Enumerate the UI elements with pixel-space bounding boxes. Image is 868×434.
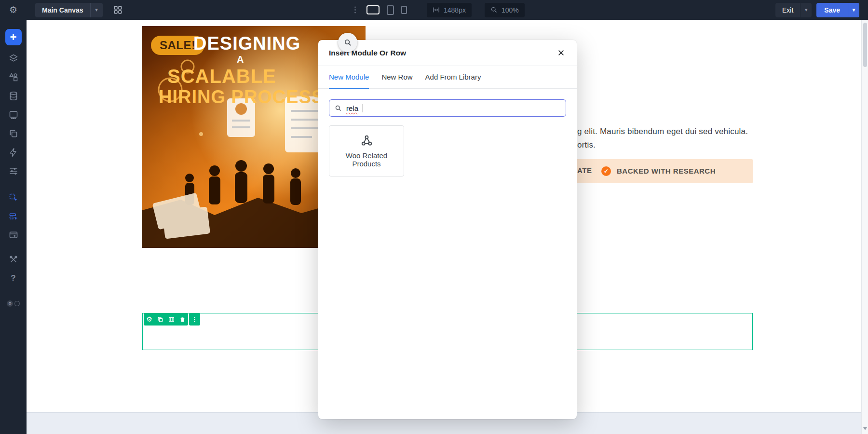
select-module-tool[interactable]	[8, 192, 19, 203]
responsive-controls: 1488px 100%	[351, 0, 525, 20]
layers-icon	[9, 54, 18, 63]
save-button[interactable]: Save ▾	[816, 3, 859, 17]
plus-icon: +	[10, 30, 16, 44]
feature-label: BACKED WITH RESEARCH	[617, 167, 716, 175]
search-results: Woo Related Products	[318, 125, 577, 176]
add-module-button[interactable]: +	[5, 29, 22, 45]
tools-button[interactable]	[8, 254, 19, 265]
slideshow-icon	[9, 110, 18, 120]
close-button[interactable]	[556, 48, 566, 58]
quick-actions-button[interactable]	[8, 147, 19, 158]
select-module-icon	[9, 193, 18, 203]
slideshow-panel-button[interactable]	[8, 109, 19, 121]
row-toolbar: ⚙	[144, 313, 200, 326]
related-products-icon	[360, 134, 373, 147]
shapes-icon	[9, 72, 18, 82]
topbar: ⚙ Main Canvas ▾ 1488px 100%	[0, 0, 868, 20]
copy-panel-button[interactable]	[8, 128, 19, 139]
grid-icon	[113, 5, 122, 14]
text-cursor	[363, 104, 363, 112]
exit-label: Exit	[775, 3, 800, 17]
chevron-down-icon: ▾	[90, 3, 103, 17]
canvas-width-value: 1488px	[444, 6, 466, 14]
global-settings-button[interactable]	[8, 165, 19, 177]
select-row-icon	[9, 212, 18, 221]
device-phone-button[interactable]	[401, 6, 407, 14]
magnifier-icon	[344, 39, 352, 47]
vertical-scrollbar[interactable]	[861, 20, 868, 434]
canvas-settings-toggle[interactable]: ⚙	[7, 300, 20, 307]
search-value: rela	[346, 104, 358, 112]
phone-icon	[401, 6, 407, 14]
scrollbar-down-arrow[interactable]	[863, 427, 867, 430]
mini-gear-icon: ⚙	[7, 300, 13, 307]
canvas-selector-label: Main Canvas	[35, 3, 90, 17]
tab-new-module[interactable]: New Module	[329, 66, 369, 89]
product-image-title-line3: SCALABLE	[167, 66, 276, 87]
check-circle-icon: ✓	[601, 166, 611, 176]
zoom-value: 100%	[502, 6, 519, 14]
desktop-icon	[366, 5, 380, 14]
design-elements-button[interactable]	[8, 71, 19, 83]
scrollbar-thumb[interactable]	[863, 23, 867, 67]
database-icon	[9, 91, 18, 101]
mini-circle-icon	[14, 301, 20, 306]
select-row-tool[interactable]	[8, 211, 19, 222]
device-tablet-button[interactable]	[387, 5, 394, 15]
feature-text-fragment: ATE	[577, 166, 592, 175]
search-icon	[335, 105, 342, 112]
row-columns-button[interactable]	[166, 313, 177, 326]
editor-canvas: SALE! DESIGNING A SCALABLE HIRING PROCES…	[27, 20, 868, 434]
more-options-button[interactable]	[351, 6, 359, 14]
question-mark-icon: ?	[11, 273, 15, 283]
module-search-input[interactable]: rela	[329, 99, 566, 117]
layout-grid-button[interactable]	[113, 5, 122, 14]
dynamic-data-button[interactable]	[8, 90, 19, 102]
dialog-tabs: New Module New Row Add From Library	[318, 66, 577, 89]
kebab-menu-icon	[351, 6, 359, 14]
tab-new-row[interactable]: New Row	[381, 66, 412, 89]
lightning-icon	[9, 148, 18, 157]
save-chevron-down-icon[interactable]: ▾	[848, 3, 859, 17]
module-card-label: Woo Related Products	[341, 151, 392, 168]
save-label: Save	[816, 3, 848, 17]
magnifier-icon	[490, 6, 498, 14]
help-button[interactable]: ?	[8, 272, 19, 284]
trash-icon	[179, 316, 186, 323]
width-arrows-icon	[433, 6, 440, 14]
copy-icon	[9, 129, 18, 138]
dialog-title: Insert Module Or Row	[329, 49, 406, 57]
exit-button[interactable]: Exit ▾	[775, 3, 812, 17]
zoom-control[interactable]: 100%	[485, 3, 525, 17]
tablet-icon	[387, 5, 394, 15]
product-image-title-line1: DESIGNING	[193, 33, 300, 54]
interact-mode-button[interactable]	[8, 230, 19, 241]
exit-chevron-down-icon[interactable]: ▾	[800, 3, 812, 17]
tools-icon	[9, 255, 18, 264]
device-desktop-button[interactable]	[366, 5, 380, 14]
image-zoom-button[interactable]	[338, 33, 357, 52]
module-card-woo-related-products[interactable]: Woo Related Products	[329, 125, 404, 176]
row-more-options-button[interactable]	[189, 313, 200, 326]
canvas-selector-dropdown[interactable]: Main Canvas ▾	[35, 3, 103, 17]
insert-module-dialog: Insert Module Or Row New Module New Row …	[318, 40, 577, 419]
row-duplicate-button[interactable]	[155, 313, 166, 326]
product-image-title-line2: A	[237, 54, 244, 65]
builder-app: ⚙ Main Canvas ▾ 1488px 100%	[0, 0, 868, 434]
topbar-actions: Exit ▾ Save ▾	[775, 0, 859, 20]
row-settings-button[interactable]: ⚙	[144, 313, 155, 326]
builder-settings-gear-icon[interactable]: ⚙	[0, 4, 27, 15]
layers-panel-button[interactable]	[8, 53, 19, 64]
product-description-text: g elit. Mauris bibendum eget dui sed veh…	[577, 127, 748, 136]
search-area: rela	[318, 89, 577, 125]
product-description-text: ortis.	[577, 140, 596, 150]
product-image-title-line4: HIRING PROCESS	[159, 87, 324, 108]
row-delete-button[interactable]	[177, 313, 188, 326]
close-icon	[557, 49, 565, 56]
canvas-width-control[interactable]: 1488px	[427, 3, 472, 17]
sliders-icon	[9, 166, 18, 176]
tab-add-from-library[interactable]: Add From Library	[425, 66, 481, 89]
duplicate-icon	[157, 316, 163, 323]
window-cursor-icon	[9, 231, 18, 240]
kebab-menu-icon	[191, 316, 198, 323]
